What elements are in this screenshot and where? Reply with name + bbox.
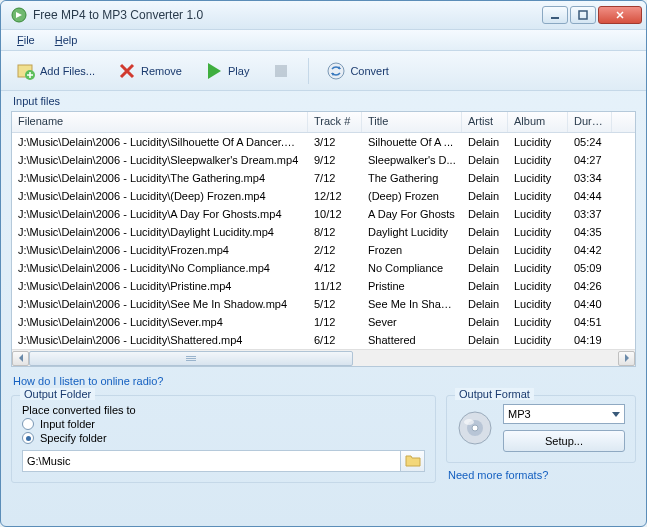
cell: Sever — [362, 315, 462, 329]
app-icon — [11, 7, 27, 23]
table-row[interactable]: J:\Music\Delain\2006 - Lucidity\Shattere… — [12, 331, 635, 349]
titlebar[interactable]: Free MP4 to MP3 Converter 1.0 — [1, 1, 646, 29]
cell: Lucidity — [508, 171, 568, 185]
table-row[interactable]: J:\Music\Delain\2006 - Lucidity\No Compl… — [12, 259, 635, 277]
scroll-left-icon[interactable] — [12, 351, 29, 366]
cell: J:\Music\Delain\2006 - Lucidity\(Deep) F… — [12, 189, 308, 203]
cell: Lucidity — [508, 225, 568, 239]
table-row[interactable]: J:\Music\Delain\2006 - Lucidity\Sever.mp… — [12, 313, 635, 331]
table-row[interactable]: J:\Music\Delain\2006 - Lucidity\A Day Fo… — [12, 205, 635, 223]
cell: 1/12 — [308, 315, 362, 329]
setup-button[interactable]: Setup... — [503, 430, 625, 452]
radio-icon — [22, 432, 34, 444]
table-row[interactable]: J:\Music\Delain\2006 - Lucidity\The Gath… — [12, 169, 635, 187]
cell: Lucidity — [508, 135, 568, 149]
format-selected: MP3 — [508, 408, 531, 420]
cell: 03:37 — [568, 207, 612, 221]
svg-rect-5 — [275, 65, 287, 77]
minimize-button[interactable] — [542, 6, 568, 24]
cell: 8/12 — [308, 225, 362, 239]
cell: Delain — [462, 171, 508, 185]
cell: Delain — [462, 153, 508, 167]
list-rows: J:\Music\Delain\2006 - Lucidity\Silhouet… — [12, 133, 635, 349]
table-row[interactable]: J:\Music\Delain\2006 - Lucidity\See Me I… — [12, 295, 635, 313]
cell: J:\Music\Delain\2006 - Lucidity\The Gath… — [12, 171, 308, 185]
cell: Shattered — [362, 333, 462, 347]
cell: J:\Music\Delain\2006 - Lucidity\Silhouet… — [12, 135, 308, 149]
svg-point-6 — [328, 63, 344, 79]
browse-button[interactable] — [401, 450, 425, 472]
cell: 5/12 — [308, 297, 362, 311]
add-files-label: Add Files... — [40, 65, 95, 77]
col-track[interactable]: Track # — [308, 112, 362, 132]
table-row[interactable]: J:\Music\Delain\2006 - Lucidity\Pristine… — [12, 277, 635, 295]
cell: 12/12 — [308, 189, 362, 203]
scroll-right-icon[interactable] — [618, 351, 635, 366]
cell: Lucidity — [508, 207, 568, 221]
cell: 04:19 — [568, 333, 612, 347]
remove-button[interactable]: Remove — [108, 56, 191, 86]
specify-folder-label: Specify folder — [40, 432, 107, 444]
maximize-button[interactable] — [570, 6, 596, 24]
table-row[interactable]: J:\Music\Delain\2006 - Lucidity\(Deep) F… — [12, 187, 635, 205]
list-header: Filename Track # Title Artist Album Dura… — [12, 112, 635, 133]
table-row[interactable]: J:\Music\Delain\2006 - Lucidity\Sleepwal… — [12, 151, 635, 169]
play-icon — [204, 61, 224, 81]
add-icon — [16, 61, 36, 81]
menu-file[interactable]: File — [9, 31, 43, 49]
cell: 04:26 — [568, 279, 612, 293]
cell: Delain — [462, 189, 508, 203]
more-formats-link[interactable]: Need more formats? — [448, 469, 634, 481]
cell: Lucidity — [508, 315, 568, 329]
input-folder-label: Input folder — [40, 418, 95, 430]
cell: Lucidity — [508, 261, 568, 275]
specify-folder-radio[interactable]: Specify folder — [22, 432, 425, 444]
col-title[interactable]: Title — [362, 112, 462, 132]
cell: Pristine — [362, 279, 462, 293]
table-row[interactable]: J:\Music\Delain\2006 - Lucidity\Frozen.m… — [12, 241, 635, 259]
cell: Delain — [462, 135, 508, 149]
cell: 04:42 — [568, 243, 612, 257]
output-format-group: Output Format MP3 Setup... — [446, 395, 636, 463]
menu-help[interactable]: Help — [47, 31, 86, 49]
input-files-label: Input files — [13, 95, 636, 107]
scroll-track[interactable] — [29, 351, 618, 366]
cell: 9/12 — [308, 153, 362, 167]
play-label: Play — [228, 65, 249, 77]
output-path-input[interactable] — [22, 450, 401, 472]
cell: J:\Music\Delain\2006 - Lucidity\Sever.mp… — [12, 315, 308, 329]
cell: J:\Music\Delain\2006 - Lucidity\A Day Fo… — [12, 207, 308, 221]
add-files-button[interactable]: Add Files... — [7, 56, 104, 86]
cell: Lucidity — [508, 279, 568, 293]
table-row[interactable]: J:\Music\Delain\2006 - Lucidity\Silhouet… — [12, 133, 635, 151]
col-duration[interactable]: Dura... — [568, 112, 612, 132]
play-button[interactable]: Play — [195, 56, 258, 86]
col-filename[interactable]: Filename — [12, 112, 308, 132]
cell: Lucidity — [508, 333, 568, 347]
cell: 7/12 — [308, 171, 362, 185]
cell: Sleepwalker's D... — [362, 153, 462, 167]
close-button[interactable] — [598, 6, 642, 24]
cell: Lucidity — [508, 297, 568, 311]
place-label: Place converted files to — [22, 404, 425, 416]
output-folder-group: Output Folder Place converted files to I… — [11, 395, 436, 483]
menubar: File Help — [1, 29, 646, 51]
col-album[interactable]: Album — [508, 112, 568, 132]
horizontal-scrollbar[interactable] — [12, 349, 635, 366]
cell: J:\Music\Delain\2006 - Lucidity\Shattere… — [12, 333, 308, 347]
file-list[interactable]: Filename Track # Title Artist Album Dura… — [11, 111, 636, 367]
col-artist[interactable]: Artist — [462, 112, 508, 132]
convert-button[interactable]: Convert — [317, 56, 398, 86]
cell: 04:51 — [568, 315, 612, 329]
cell: Delain — [462, 297, 508, 311]
cell: Daylight Lucidity — [362, 225, 462, 239]
online-radio-link[interactable]: How do I listen to online radio? — [13, 375, 634, 387]
chevron-down-icon — [612, 408, 620, 420]
format-combo[interactable]: MP3 — [503, 404, 625, 424]
radio-icon — [22, 418, 34, 430]
scroll-thumb[interactable] — [29, 351, 353, 366]
input-folder-radio[interactable]: Input folder — [22, 418, 425, 430]
table-row[interactable]: J:\Music\Delain\2006 - Lucidity\Daylight… — [12, 223, 635, 241]
stop-button[interactable] — [262, 56, 300, 86]
cell: No Compliance — [362, 261, 462, 275]
